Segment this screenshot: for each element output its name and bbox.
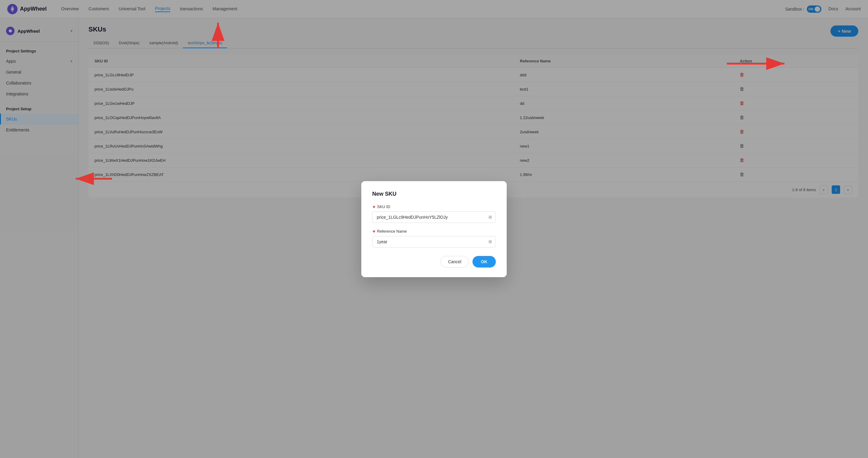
required-star-ref: ★ — [372, 229, 376, 234]
ok-button[interactable]: OK — [472, 256, 496, 268]
sku-id-label: ★ SKU ID — [372, 205, 496, 209]
modal-actions: Cancel OK — [372, 256, 496, 268]
reference-name-input[interactable] — [372, 236, 496, 247]
sku-id-input[interactable] — [372, 211, 496, 223]
sku-id-input-wrapper: ⊗ — [372, 211, 496, 223]
required-star-sku: ★ — [372, 205, 376, 209]
cancel-button[interactable]: Cancel — [440, 256, 469, 268]
modal-overlay[interactable]: New SKU ★ SKU ID ⊗ ★ Reference Name ⊗ Ca… — [0, 0, 868, 458]
new-sku-modal: New SKU ★ SKU ID ⊗ ★ Reference Name ⊗ Ca… — [361, 181, 507, 277]
reference-name-label: ★ Reference Name — [372, 229, 496, 234]
reference-name-input-wrapper: ⊗ — [372, 236, 496, 247]
ref-name-clear-icon[interactable]: ⊗ — [488, 239, 492, 244]
sku-id-clear-icon[interactable]: ⊗ — [488, 214, 492, 220]
sku-id-field: ★ SKU ID ⊗ — [372, 205, 496, 223]
modal-title: New SKU — [372, 191, 496, 197]
reference-name-field: ★ Reference Name ⊗ — [372, 229, 496, 247]
